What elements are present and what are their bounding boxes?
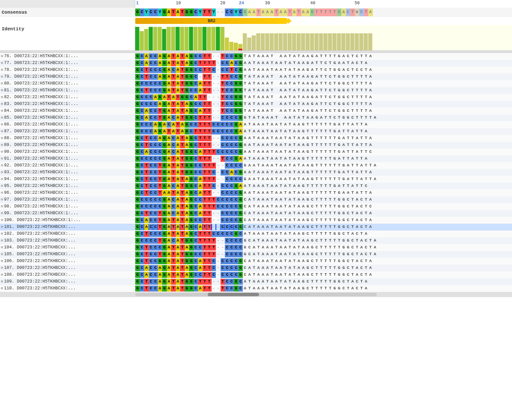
seq-expand-icon[interactable]: ⊙ bbox=[1, 286, 3, 291]
base: C bbox=[149, 88, 154, 93]
base: T bbox=[171, 231, 176, 237]
seq-expand-icon[interactable]: ⊙ bbox=[1, 67, 3, 72]
base: G bbox=[301, 279, 306, 285]
seq-expand-icon[interactable]: ⊙ bbox=[1, 156, 3, 161]
base: C bbox=[350, 238, 355, 244]
seq-expand-icon[interactable]: ⊙ bbox=[1, 279, 3, 284]
scrollbar-thumb[interactable] bbox=[208, 293, 259, 296]
base: A bbox=[247, 135, 252, 141]
sequence-row[interactable]: ⊙108. D00723:22:H5TKHBCXX:...GCACCAGATAT… bbox=[0, 271, 512, 278]
seq-expand-icon[interactable]: ⊙ bbox=[1, 197, 3, 202]
sequence-row[interactable]: ⊙100. D00723:22:H5TKHBCXX:1:...GCACCTGAT… bbox=[0, 217, 512, 224]
seq-expand-icon[interactable]: ⊙ bbox=[1, 95, 3, 99]
seq-expand-icon[interactable]: ⊙ bbox=[1, 218, 3, 222]
sequence-row[interactable]: ⊙90. D00723:22:H5TKHBCXX:1:...GCACCCGACA… bbox=[0, 149, 512, 155]
base: T bbox=[207, 224, 212, 230]
seq-expand-icon[interactable]: ⊙ bbox=[1, 136, 3, 140]
sequence-row[interactable]: ⊙95. D00723:22:H5TKHBCXX:1:...GCTCCTGACA… bbox=[0, 183, 512, 190]
base: C bbox=[153, 169, 158, 175]
seq-expand-icon[interactable]: ⊙ bbox=[1, 54, 3, 58]
seq-expand-icon[interactable]: ⊙ bbox=[1, 225, 3, 229]
seq-expand-icon[interactable]: ⊙ bbox=[1, 231, 3, 236]
seq-expand-icon[interactable]: ⊙ bbox=[1, 61, 3, 65]
sequence-row[interactable]: ⊙83. D00723:22:H5TKHBCXX:1:...GCCCCAGATA… bbox=[0, 101, 512, 108]
sequence-row[interactable]: ⊙76. D00723:22:H5TKHBCXX:1:...GCACCAGATA… bbox=[0, 53, 512, 60]
sequence-row[interactable]: ⊙110. D00723:22:H5TKHBCXX:...GCTCCAGATAT… bbox=[0, 285, 512, 292]
sequence-row[interactable]: ⊙94. D00723:22:H5TKHBCXX:1:...GCTCCTGATA… bbox=[0, 176, 512, 183]
sequence-row[interactable]: ⊙102. D00723:22:H5TKHBCXX:...GCTCCCGATAT… bbox=[0, 230, 512, 237]
sequence-row[interactable]: ⊙89. D00723:22:H5TKHBCXX:1:...GCTCCCGACA… bbox=[0, 142, 512, 149]
sequence-row[interactable]: ⊙109. D00723:22:H5TKHBCXX:...GCTCCAGATAT… bbox=[0, 278, 512, 285]
base: G bbox=[305, 197, 310, 203]
seq-expand-icon[interactable]: ⊙ bbox=[1, 163, 3, 168]
seq-name: 107. D00723:22:H5TKHBCXX:... bbox=[4, 265, 76, 270]
base: A bbox=[274, 142, 279, 148]
seq-expand-icon[interactable]: ⊙ bbox=[1, 170, 3, 175]
base: - bbox=[212, 190, 216, 196]
sequence-row[interactable]: ⊙107. D00723:22:H5TKHBCXX:...GCACCAGATAT… bbox=[0, 265, 512, 271]
sequence-row[interactable]: ⊙88. D00723:22:H5TKHBCXX:1:...GCTCCAGACA… bbox=[0, 135, 512, 142]
seq-expand-icon[interactable]: ⊙ bbox=[1, 74, 3, 79]
seq-expand-icon[interactable]: ⊙ bbox=[1, 81, 3, 86]
sequence-row[interactable]: ⊙98. D00723:22:H5TKHBCXX:1:...GCCCCCGACA… bbox=[0, 203, 512, 210]
sequence-row[interactable]: ⊙91. D00723:22:H5TKHBCXX:1:...GCCCCCGATA… bbox=[0, 155, 512, 162]
base: A bbox=[167, 190, 172, 196]
scrollbar-track[interactable] bbox=[135, 293, 377, 296]
seq-expand-icon[interactable]: ⊙ bbox=[1, 211, 3, 216]
sequence-row[interactable]: ⊙87. D00723:22:H5TKHBCXX:1:...GCCCAGATAT… bbox=[0, 128, 512, 135]
seq-expand-icon[interactable]: ⊙ bbox=[1, 115, 3, 120]
seq-expand-icon[interactable]: ⊙ bbox=[1, 177, 3, 181]
seq-expand-icon[interactable]: ⊙ bbox=[1, 272, 3, 277]
seq-expand-icon[interactable]: ⊙ bbox=[1, 204, 3, 209]
seq-expand-icon[interactable]: ⊙ bbox=[1, 252, 3, 257]
seq-expand-icon[interactable]: ⊙ bbox=[1, 238, 3, 243]
sequence-row[interactable]: ⊙92. D00723:22:H5TKHBCXX:1:...GCTCCTGATA… bbox=[0, 162, 512, 169]
consensus-base-36: T bbox=[297, 9, 301, 16]
base: T bbox=[252, 142, 256, 148]
sequence-row[interactable]: ⊙96. D00723:22:H5TKHBCXX:1:...GCTCCTAATA… bbox=[0, 190, 512, 196]
seq-expand-icon[interactable]: ⊙ bbox=[1, 190, 3, 195]
seq-expand-icon[interactable]: ⊙ bbox=[1, 143, 3, 147]
seq-expand-icon[interactable]: ⊙ bbox=[1, 149, 3, 154]
sequence-row[interactable]: ⊙78. D00723:22:H5TKHBCXX:1:...GCTCCCGACA… bbox=[0, 67, 512, 73]
sequence-row[interactable]: ⊙81. D00723:22:H5TKHBCXX:1:...GCTCCCGATA… bbox=[0, 87, 512, 94]
sequence-row[interactable]: ⊙106. D00723:22:H5TKHBCXX:...GCTCCGGATAT… bbox=[0, 258, 512, 265]
sequence-row[interactable]: ⊙79. D00723:22:H5TKHBCXX:1:...GCTCCAGATA… bbox=[0, 73, 512, 80]
sequence-row[interactable]: ⊙77. D00723:22:H5TKHBCXX:1:...GCACCAGATA… bbox=[0, 60, 512, 67]
seq-expand-icon[interactable]: ⊙ bbox=[1, 129, 3, 134]
sequence-row[interactable]: ⊙104. D00723:22:H5TKHBCXX:...GCTCCCGATAT… bbox=[0, 244, 512, 251]
sequence-row[interactable]: ⊙85. D00723:22:H5TKHBCXX:1:...GCACCTGACA… bbox=[0, 114, 512, 121]
seq-expand-icon[interactable]: ⊙ bbox=[1, 245, 3, 250]
sequence-row[interactable]: ⊙99. D00723:22:H5TKHBCXX:1:...GCTCCTGACA… bbox=[0, 210, 512, 217]
base: C bbox=[194, 245, 198, 251]
seq-expand-icon[interactable]: ⊙ bbox=[1, 102, 3, 106]
scrollbar-row[interactable] bbox=[0, 292, 512, 297]
seq-expand-icon[interactable]: ⊙ bbox=[1, 265, 3, 270]
base: A bbox=[341, 53, 346, 59]
base: T bbox=[323, 122, 328, 128]
consensus-base-34: T bbox=[288, 9, 292, 16]
sequence-row[interactable]: ⊙97. D00723:22:H5TKHBCXX:1:...GCCCCCGACA… bbox=[0, 196, 512, 203]
base: A bbox=[368, 94, 373, 100]
sequence-row[interactable]: ⊙105. D00723:22:H5TKHBCXX:...GCTCCTGATAT… bbox=[0, 251, 512, 258]
sequence-row[interactable]: ⊙80. D00723:22:H5TKHBCXX:1:...GCCCCCGATA… bbox=[0, 80, 512, 87]
consensus-base-44: T bbox=[332, 9, 337, 16]
seq-expand-icon[interactable]: ⊙ bbox=[1, 259, 3, 263]
base: A bbox=[243, 156, 247, 162]
seq-expand-icon[interactable]: ⊙ bbox=[1, 184, 3, 188]
sequence-row[interactable]: ⊙84. D00723:22:H5TKHBCXX:1:...GCACCTGATA… bbox=[0, 108, 512, 114]
base: A bbox=[288, 60, 292, 66]
seq-expand-icon[interactable]: ⊙ bbox=[1, 122, 3, 127]
seq-chars: GCCCAGATATAGCTTTTCCCCCGAATAAATAATATAAGTT… bbox=[135, 128, 368, 134]
sequence-row[interactable]: ⊙93. D00723:22:H5TKHBCXX:1:...GCTCCTGATA… bbox=[0, 169, 512, 176]
base: C bbox=[234, 272, 239, 278]
base: T bbox=[144, 245, 149, 251]
sequence-row[interactable]: ⊙82. D00723:22:H5TKHBCXX:1:...GCCCAGATAT… bbox=[0, 94, 512, 101]
base: G bbox=[310, 251, 315, 257]
sequence-row[interactable]: ⊙86. D00723:22:H5TKHBCXX:1:...GCCCAGACAT… bbox=[0, 121, 512, 128]
seq-expand-icon[interactable]: ⊙ bbox=[1, 108, 3, 113]
sequence-row[interactable]: ⊙103. D00723:22:H5TKHBCXX:...GCCCCTGACAT… bbox=[0, 237, 512, 244]
seq-expand-icon[interactable]: ⊙ bbox=[1, 88, 3, 93]
sequence-row[interactable]: ⊙101. D00723:22:H5TKHBCXX:...GCACCTGATAT… bbox=[0, 224, 512, 230]
base: T bbox=[328, 67, 333, 73]
